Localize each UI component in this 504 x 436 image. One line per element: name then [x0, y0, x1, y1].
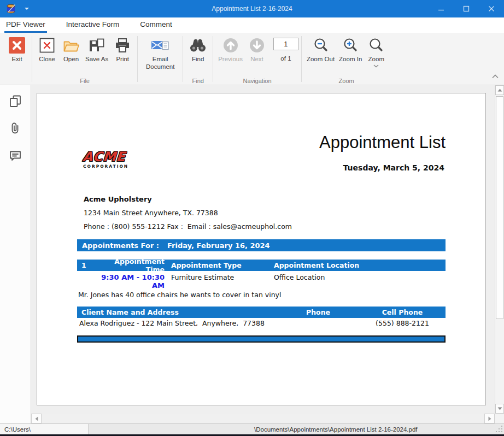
client-name-header: Client Name and Address [77, 308, 277, 316]
page-count-label: of 1 [280, 55, 291, 62]
appointments-for-date: Friday, February 16, 2024 [167, 241, 270, 250]
scroll-up-button[interactable] [495, 85, 504, 95]
next-label: Next [250, 56, 263, 63]
client-table-header: Client Name and Address Phone Cell Phone [77, 307, 446, 318]
previous-label: Previous [218, 56, 243, 63]
ribbon-group-zoom: Zoom Out Zoom In [303, 34, 390, 85]
ribbon-collapse-button[interactable] [490, 72, 500, 80]
vertical-scrollbar[interactable] [495, 85, 504, 414]
ribbon-separator [137, 36, 138, 82]
ribbon-group-email: Email Document [139, 34, 181, 85]
appt-type-header: Appointment Type [165, 261, 271, 269]
find-button[interactable]: Find [186, 35, 210, 64]
vertical-scroll-track[interactable] [495, 95, 504, 404]
save-as-button[interactable]: Save As [83, 35, 110, 64]
next-page-button[interactable]: Next [245, 35, 269, 64]
appointments-for-bar: Appointments For : Friday, February 16, … [77, 239, 446, 251]
page-number-input[interactable] [273, 38, 298, 50]
print-button[interactable]: Print [110, 35, 134, 64]
company-name: Acme Upholstery [84, 195, 292, 203]
close-document-button[interactable]: Close [35, 35, 59, 64]
appt-number-header: 1 [77, 261, 93, 269]
page-thumbnails-icon[interactable] [5, 92, 25, 110]
appt-location-value: Office Location [271, 273, 446, 290]
ribbon-group-file: Close Open [33, 34, 136, 85]
group-label-file: File [33, 78, 136, 84]
print-label: Print [116, 56, 129, 63]
find-label: Find [192, 56, 204, 63]
open-label: Open [63, 56, 79, 63]
company-address: 1234 Main Street Anywhere, TX. 77388 [84, 209, 292, 217]
scrollbar-corner-right [495, 414, 504, 423]
vertical-scroll-thumb[interactable] [496, 96, 503, 319]
company-contact: Phone : (800) 555-1212 Fax : Email : sal… [84, 222, 292, 231]
report-footer-bar [77, 335, 446, 343]
appointment-row: 9:30 AM - 10:30 AM Furniture Estimate Of… [77, 273, 446, 290]
quick-access-dropdown-icon[interactable] [24, 7, 30, 10]
minimize-button[interactable] [429, 0, 454, 17]
appt-location-header: Appointment Location [271, 261, 446, 269]
ribbon-tabs: PDF Viewer Interactive Form Comment [0, 17, 504, 33]
next-page-icon [249, 36, 265, 55]
resize-grip[interactable] [495, 425, 503, 433]
appt-time-header: Appointment Time [93, 257, 165, 274]
tab-comment[interactable]: Comment [138, 17, 174, 33]
acme-logo: ACME CORPORATION [83, 150, 132, 169]
ribbon-separator [183, 36, 183, 82]
attachments-paperclip-icon[interactable] [5, 119, 25, 138]
client-phone-header: Phone [277, 308, 359, 316]
zoom-in-icon [342, 36, 359, 55]
zoom-in-label: Zoom In [339, 56, 362, 63]
group-label-navigation: Navigation [214, 78, 300, 84]
zoom-in-button[interactable]: Zoom In [337, 35, 364, 64]
report-date: Tuesday, March 5, 2024 [343, 163, 444, 172]
zoom-icon [368, 36, 384, 55]
ribbon-group-navigation: Previous Next of 1 Navigation [214, 34, 300, 85]
comments-icon[interactable] [5, 146, 25, 165]
maximize-button[interactable] [454, 0, 479, 17]
exit-icon [9, 36, 25, 55]
print-icon [114, 36, 131, 55]
email-document-icon [151, 36, 169, 55]
save-as-label: Save As [85, 56, 108, 63]
client-cell-value: (555) 888-2121 [359, 319, 446, 327]
group-label-find: Find [184, 78, 212, 84]
exit-button[interactable]: Exit [5, 35, 29, 64]
scroll-down-button[interactable] [495, 404, 504, 414]
close-window-button[interactable] [479, 0, 504, 17]
document-title: Appointment List [319, 133, 446, 152]
previous-page-button[interactable]: Previous [216, 35, 245, 64]
tab-interactive-form[interactable]: Interactive Form [65, 17, 121, 33]
ribbon-separator [32, 36, 32, 82]
ribbon: Exit Close [0, 33, 504, 85]
app-thread-spool-icon[interactable] [5, 3, 16, 14]
close-label: Close [39, 56, 55, 63]
horizontal-scrollbar [0, 414, 504, 423]
group-label-zoom: Zoom [303, 78, 390, 84]
logo-text: ACME [82, 150, 132, 163]
client-cell-header: Cell Phone [359, 308, 446, 316]
chevron-down-icon [373, 64, 379, 68]
zoom-dropdown-button[interactable]: Zoom [364, 35, 388, 69]
save-as-icon [88, 36, 106, 55]
open-folder-icon [62, 36, 80, 55]
zoom-out-label: Zoom Out [307, 56, 335, 63]
document-viewport[interactable]: ACME CORPORATION Appointment List Tuesda… [31, 85, 495, 414]
email-document-button[interactable]: Email Document [140, 35, 180, 72]
appointment-note: Mr. Jones has 40 office chairs he wants … [78, 291, 281, 299]
horizontal-scroll-track[interactable] [42, 414, 484, 423]
client-row: Alexa Rodriguez - 122 Main Street, Anywh… [77, 319, 446, 327]
open-button[interactable]: Open [59, 35, 83, 64]
scroll-right-button[interactable] [484, 414, 495, 423]
tab-label: Comment [140, 20, 172, 28]
status-bar: C:\Users\ \Documents\Appointments\Appoin… [0, 423, 504, 434]
exit-label: Exit [11, 56, 22, 63]
ribbon-group-exit: Exit [3, 34, 31, 85]
find-binoculars-icon [189, 36, 207, 55]
scroll-left-button[interactable] [31, 414, 42, 423]
ribbon-separator [213, 36, 213, 82]
zoom-out-button[interactable]: Zoom Out [304, 35, 337, 64]
titlebar: Appointment List 2-16-2024 [0, 0, 504, 17]
tab-pdf-viewer[interactable]: PDF Viewer [4, 17, 47, 33]
ribbon-group-find: Find Find [184, 34, 212, 85]
